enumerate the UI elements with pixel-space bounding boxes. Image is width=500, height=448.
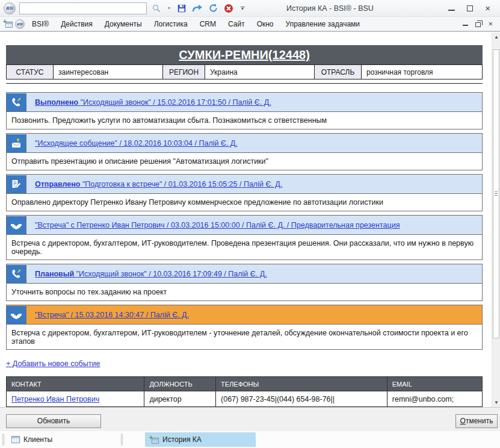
clients-table-icon (11, 436, 20, 443)
event-header: Плановый "Исходящий звонок" / 10.03.2016… (6, 264, 483, 283)
vertical-scrollbar[interactable]: ▲ ▼ (492, 33, 500, 407)
contact-column-header: КОНТАКТ (7, 377, 144, 391)
event-card: "Встреча" с Петренко Иван Петрович / 03.… (6, 215, 483, 260)
add-event-link[interactable]: + Добавить новое событие (6, 359, 100, 368)
industry-label: ОТРАСЛЬ (315, 65, 362, 79)
save-icon[interactable] (176, 2, 188, 14)
history-scroll-region: СУМКИ-РЕМНИ(12448) СТАТУС заинтересован … (6, 32, 483, 407)
menu-bar: + BSI BSI® Действия Документы Логистика … (0, 17, 500, 31)
app-window: BSI ▾ ▾ История КА - BSI® - BSU × + BSI … (0, 0, 500, 448)
event-description: Уточнить вопросы по тех.заданию на проек… (6, 283, 483, 301)
mdi-close-icon[interactable]: × (488, 22, 493, 26)
search-dropdown-icon[interactable]: ▾ (166, 5, 172, 11)
event-list: Выполнено "Исходящий звонок" / 15.02.201… (6, 92, 483, 350)
open-windows-taskbar: Клиенты + История КА (0, 431, 500, 448)
contact-position-cell: директор (144, 391, 216, 407)
table-header-row: КОНТАКТ ДОЛЖНОСТЬ ТЕЛЕФОНЫ EMAIL (7, 377, 483, 391)
minimize-icon[interactable] (448, 6, 455, 11)
refresh-button[interactable]: Обновить (6, 414, 101, 428)
refresh-icon[interactable] (207, 2, 219, 14)
toolbar-grip-icon (121, 434, 123, 446)
quick-search-input[interactable] (19, 2, 147, 14)
counterparty-title-link[interactable]: СУМКИ-РЕМНИ(12448) (6, 45, 483, 64)
event-header: "Встреча" с Петренко Иван Петрович / 03.… (6, 215, 483, 234)
menu-crm[interactable]: CRM (195, 18, 221, 30)
menu-documents[interactable]: Документы (100, 18, 147, 30)
taskbar-item-label: Клиенты (23, 435, 52, 444)
new-record-icon[interactable]: + (4, 20, 13, 28)
event-description: Позвонить. Предложить услуги по автомати… (6, 111, 483, 129)
event-description: Встреча с директором, бухгалтером, ИТ-ру… (6, 234, 483, 260)
outgoing-call-icon (7, 93, 26, 111)
contact-email-cell: remni@unbo.com; (387, 391, 482, 407)
menu-logistics[interactable]: Логистика (149, 18, 193, 30)
event-link[interactable]: Плановый "Исходящий звонок" / 10.03.2016… (35, 270, 267, 278)
contact-phones-cell: (067) 987-23-45|(044) 654-98-76|| (216, 391, 387, 407)
mdi-window-controls: × (463, 20, 496, 27)
event-link[interactable]: Отправлено "Подготовка к встрече" / 01.0… (35, 180, 282, 188)
region-value: Украина (205, 65, 315, 79)
event-header: "Встреча" / 15.03.2016 14:30:47 / Палій … (6, 305, 483, 324)
document-edit-icon (7, 175, 26, 193)
event-link[interactable]: Выполнено "Исходящий звонок" / 15.02.201… (35, 98, 271, 107)
position-column-header: ДОЛЖНОСТЬ (144, 377, 216, 391)
scroll-down-icon[interactable]: ▼ (492, 398, 500, 407)
mdi-minimize-icon[interactable] (463, 22, 468, 26)
event-header: Отправлено "Подготовка к встрече" / 01.0… (6, 174, 483, 193)
event-link[interactable]: "Исходящее собщение" / 18.02.2016 10:03:… (35, 139, 238, 148)
email-column-header: EMAIL (387, 377, 482, 391)
event-header: "Исходящее собщение" / 18.02.2016 10:03:… (6, 133, 483, 152)
window-title: История КА - BSI® - BSU (286, 4, 374, 13)
event-card: Плановый "Исходящий звонок" / 10.03.2016… (6, 264, 483, 301)
scroll-up-icon[interactable]: ▲ (492, 33, 500, 42)
event-link[interactable]: "Встреча" / 15.03.2016 14:30:47 / Палій … (35, 311, 189, 319)
event-description: Оправлено директору Петренко Ивану Петро… (6, 193, 483, 211)
maximize-icon[interactable] (467, 5, 473, 11)
toolbar-grip-icon (2, 434, 4, 446)
event-link[interactable]: "Встреча" с Петренко Иван Петрович / 03.… (35, 221, 400, 229)
contact-name-cell: Петренко Иван Петрович (7, 391, 144, 407)
bsi-logo-icon: BSI (4, 2, 16, 14)
history-panel: СУМКИ-РЕМНИ(12448) СТАТУС заинтересован … (0, 31, 500, 407)
event-header: Выполнено "Исходящий звонок" / 15.02.201… (6, 92, 483, 111)
event-card: "Встреча" / 15.03.2016 14:30:47 / Палій … (6, 305, 483, 350)
menu-task-management[interactable]: Управление задачами (281, 18, 365, 30)
close-red-icon[interactable] (223, 2, 235, 14)
phones-column-header: ТЕЛЕФОНЫ (216, 377, 387, 391)
mdi-restore-icon[interactable] (475, 22, 481, 27)
contacts-table: КОНТАКТ ДОЛЖНОСТЬ ТЕЛЕФОНЫ EMAIL Петренк… (6, 376, 483, 407)
scrollbar-thumb[interactable] (493, 49, 499, 338)
event-description: Встерча с директором, бухгалтером, ИТ-ру… (6, 324, 483, 350)
toolbar-overflow-icon[interactable]: ▾ (238, 7, 247, 10)
outgoing-call-icon (7, 265, 26, 283)
table-row: Петренко Иван Петрович директор (067) 98… (7, 391, 483, 407)
status-label: СТАТУС (7, 65, 54, 79)
contact-link[interactable]: Петренко Иван Петрович (11, 395, 99, 403)
handshake-icon (7, 306, 26, 324)
taskbar-item-label: История КА (162, 435, 202, 444)
scrollbar-grip-icon (495, 191, 498, 196)
search-icon[interactable] (150, 2, 162, 14)
menu-bsi[interactable]: BSI® (27, 18, 54, 30)
menu-actions[interactable]: Действия (56, 18, 97, 30)
footer-bar: Обновить Отменить (0, 407, 500, 431)
menu-window[interactable]: Окно (252, 18, 279, 30)
redo-arrow-icon[interactable] (191, 2, 203, 14)
cancel-button[interactable]: Отменить (455, 414, 498, 428)
divider (6, 83, 483, 84)
event-card: Отправлено "Подготовка к встрече" / 01.0… (6, 174, 483, 211)
event-description: Отправить презентацию и описание решения… (6, 152, 483, 170)
bsi-menu-icon[interactable]: BSI (15, 19, 25, 29)
taskbar-item-history[interactable]: + История КА (145, 432, 256, 447)
counterparty-info-table: СТАТУС заинтересован РЕГИОН Украина ОТРА… (6, 64, 483, 79)
title-bar: BSI ▾ ▾ История КА - BSI® - BSU × (0, 0, 500, 17)
status-value: заинтересован (54, 65, 163, 79)
menu-site[interactable]: Сайт (223, 18, 250, 30)
event-card: Выполнено "Исходящий звонок" / 15.02.201… (6, 92, 483, 129)
industry-value: розничная торговля (362, 65, 483, 79)
window-controls: × (448, 4, 496, 13)
outgoing-message-icon (7, 134, 26, 152)
event-card: "Исходящее собщение" / 18.02.2016 10:03:… (6, 133, 483, 170)
close-icon[interactable]: × (485, 4, 490, 13)
taskbar-item-clients[interactable]: Клиенты (7, 432, 119, 447)
